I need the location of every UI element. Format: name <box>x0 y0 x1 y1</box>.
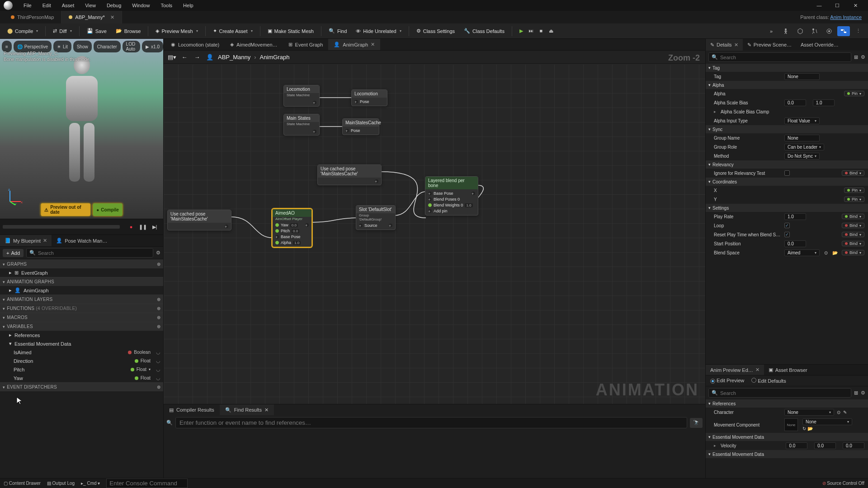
method[interactable]: Do Not Sync▾ <box>784 153 820 160</box>
diff-button[interactable]: ⇄Diff▾ <box>49 26 75 36</box>
cat-alpha[interactable]: ▾Alpha <box>706 81 868 89</box>
output-pin[interactable]: + <box>389 224 392 227</box>
refresh-icon[interactable]: ↻ <box>802 426 806 431</box>
breadcrumb-asset[interactable]: ABP_Manny <box>218 54 250 61</box>
ait-dropdown[interactable]: Float Value▾ <box>784 117 820 124</box>
class-defaults-button[interactable]: 🔧Class Defaults <box>460 26 508 36</box>
node-locomotion-sm[interactable]: Locomotion State Machine + <box>283 85 320 107</box>
close-icon[interactable]: ✕ <box>43 238 47 244</box>
node-slot-default[interactable]: Slot 'DefaultSlot' Group 'DefaultGroup' … <box>356 205 396 230</box>
asb-max[interactable]: 1.0 <box>813 99 835 106</box>
velocity-y[interactable]: 0.0 <box>814 442 836 449</box>
menu-debug[interactable]: Debug <box>101 3 127 8</box>
add-graph-icon[interactable]: ⊕ <box>157 262 160 267</box>
tree-anim-graph[interactable]: ▸👤AnimGraph <box>0 286 163 295</box>
section-variables[interactable]: ▾VARIABLES⊕ <box>0 322 163 331</box>
browse-button[interactable]: 📂Browse <box>112 26 145 36</box>
hide-unrelated-button[interactable]: 👁Hide Unrelated▾ <box>352 27 405 36</box>
tab-preview-scene[interactable]: ✎Preview Scene… <box>743 39 796 51</box>
mode-overflow-icon[interactable]: ⋮ <box>852 26 864 36</box>
node-aimed-ao[interactable]: AimedAO AimOffset Player Yaw0.0+ Pitch0.… <box>272 209 312 247</box>
gear-icon[interactable]: ⚙ <box>156 250 160 256</box>
velocity-z[interactable]: 0.0 <box>843 442 864 449</box>
file-tab-thirdpersonmap[interactable]: ThirdPersonMap <box>4 11 61 23</box>
visibility-icon[interactable]: ◡ <box>156 358 160 364</box>
eject-button[interactable]: ⏏ <box>547 28 555 34</box>
node-use-cached-pose-1[interactable]: Use cached pose 'MainStatesCache' + <box>317 164 382 185</box>
content-drawer-button[interactable]: ▢ Content Drawer <box>4 481 41 486</box>
cat-coordinates[interactable]: ▾Coordinates <box>706 178 868 186</box>
menu-view[interactable]: View <box>80 3 101 8</box>
tab-pose-watch[interactable]: 👤Pose Watch Man… <box>52 235 112 246</box>
nav-fwd-icon[interactable]: → <box>193 54 202 61</box>
overflow-icon[interactable]: » <box>765 26 778 36</box>
pencil-icon[interactable]: ✎ <box>843 410 847 415</box>
section-macros[interactable]: ▾MACROS⊕ <box>0 313 163 322</box>
menu-file[interactable]: File <box>18 3 37 8</box>
close-icon[interactable]: ✕ <box>110 14 114 20</box>
gear-icon[interactable]: ⚙ <box>861 54 865 60</box>
tree-references[interactable]: ▸References <box>0 331 163 339</box>
character-dropdown[interactable]: None▾ <box>784 409 834 416</box>
find-button[interactable]: 🔍Find <box>325 26 350 36</box>
class-settings-button[interactable]: ⚙Class Settings <box>413 26 458 36</box>
menu-asset[interactable]: Asset <box>57 3 80 8</box>
play-button[interactable]: ▶ <box>518 28 525 34</box>
base-pose-pin[interactable]: + <box>275 235 279 239</box>
grid-icon[interactable]: ⊞ <box>854 54 858 60</box>
add-icon[interactable]: ⊕ <box>157 324 160 329</box>
blend-poses-pin[interactable]: + <box>428 197 432 201</box>
menu-edit[interactable]: Edit <box>37 3 57 8</box>
preview-viewport[interactable]: ≡ 🌐Perspective ☀Lit Show Character LOD A… <box>0 39 163 219</box>
node-locomotion-cache[interactable]: Locomotion +Pose <box>351 89 387 106</box>
alpha-bind[interactable]: Pin▾ <box>844 91 864 96</box>
stop-button[interactable]: ■ <box>538 28 545 34</box>
pitch-pin[interactable] <box>275 229 279 233</box>
close-icon[interactable]: ✕ <box>371 42 375 47</box>
visibility-icon[interactable]: ◡ <box>156 375 160 381</box>
var-isaimed[interactable]: IsAimedBoolean◡ <box>0 348 163 357</box>
cat-sync[interactable]: ▾Sync <box>706 125 868 133</box>
velocity-x[interactable]: 0.0 <box>786 442 807 449</box>
viewport-speed[interactable]: ▶ x1.0 <box>142 41 163 52</box>
blend-weights-pin[interactable] <box>428 203 432 207</box>
loop-bind[interactable]: Bind▾ <box>842 223 864 228</box>
viewport-lod[interactable]: LOD Auto <box>123 41 141 52</box>
timeline-track[interactable] <box>3 225 120 229</box>
nav-back-icon[interactable]: ← <box>180 54 189 61</box>
close-button[interactable]: ✕ <box>849 3 862 9</box>
x-bind[interactable]: Pin▾ <box>844 188 864 193</box>
section-anim-layers[interactable]: ▾ANIMATION LAYERS⊕ <box>0 295 163 304</box>
close-icon[interactable]: ✕ <box>734 42 738 48</box>
tab-compiler-results[interactable]: ▤Compiler Results <box>164 404 220 415</box>
output-log-button[interactable]: ▤ Output Log <box>47 481 75 486</box>
tab-find-results[interactable]: 🔍Find Results✕ <box>220 404 274 415</box>
visibility-icon[interactable]: ◡ <box>156 366 160 372</box>
irt-bind[interactable]: Bind▾ <box>842 170 864 176</box>
add-icon[interactable]: ⊕ <box>157 315 160 320</box>
pause-button[interactable]: ❚❚ <box>138 222 148 232</box>
add-icon[interactable]: ⊕ <box>157 297 160 302</box>
make-static-mesh-button[interactable]: ▣Make Static Mesh <box>264 26 317 36</box>
node-use-cached-pose-2[interactable]: Use cached pose 'MainStatesCache' + <box>167 210 231 230</box>
graph-tab-aimed-movement[interactable]: ◈AimedMovemen… <box>225 39 283 50</box>
grid-icon[interactable]: ⊞ <box>854 390 858 396</box>
output-pin[interactable]: + <box>225 225 228 228</box>
tree-event-graph[interactable]: ▸⊞EventGraph <box>0 268 163 277</box>
menu-window[interactable]: Window <box>127 3 155 8</box>
start-pos[interactable]: 0.0 <box>784 240 806 247</box>
compile-button[interactable]: ⬤Compile▾ <box>4 26 42 36</box>
add-button[interactable]: + Add <box>3 249 24 257</box>
file-tab-abp-manny[interactable]: ABP_Manny* ✕ <box>61 11 122 23</box>
save-button[interactable]: 💾Save <box>83 26 110 36</box>
ap-cat-references[interactable]: ▾References <box>706 399 868 408</box>
gear-icon[interactable]: ⚙ <box>861 390 865 396</box>
y-bind[interactable]: Pin▾ <box>844 197 864 202</box>
playrate-bind[interactable]: Bind▾ <box>842 214 864 219</box>
anim-mode-icon[interactable] <box>808 26 821 36</box>
bspace-bind[interactable]: Bind▾ <box>842 250 864 255</box>
group-role[interactable]: Can be Leader▾ <box>784 144 824 150</box>
binoculars-icon[interactable]: 🔭 <box>690 418 703 428</box>
anim-preview-search[interactable]: 🔍 <box>708 388 851 398</box>
mc-dropdown[interactable]: None▾ <box>802 418 852 425</box>
